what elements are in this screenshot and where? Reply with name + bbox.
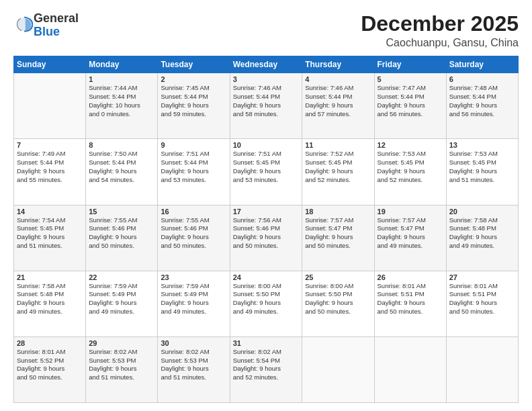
day-info: Sunrise: 7:58 AM Sunset: 5:48 PM Dayligh… (17, 282, 83, 316)
day-info: Sunrise: 7:46 AM Sunset: 5:44 PM Dayligh… (233, 84, 300, 118)
table-row: 17Sunrise: 7:56 AM Sunset: 5:46 PM Dayli… (230, 205, 302, 271)
page: General Blue December 2025 Caochuanpu, G… (0, 0, 532, 411)
day-info: Sunrise: 7:46 AM Sunset: 5:44 PM Dayligh… (305, 84, 371, 118)
table-row: 27Sunrise: 8:01 AM Sunset: 5:51 PM Dayli… (446, 271, 518, 336)
day-number: 13 (449, 141, 515, 149)
logo-general-text: General (34, 11, 79, 25)
day-info: Sunrise: 7:57 AM Sunset: 5:47 PM Dayligh… (378, 216, 443, 250)
day-number: 3 (233, 75, 300, 83)
day-info: Sunrise: 7:45 AM Sunset: 5:44 PM Dayligh… (161, 84, 226, 118)
day-number: 11 (305, 141, 371, 149)
day-info: Sunrise: 7:57 AM Sunset: 5:47 PM Dayligh… (305, 216, 371, 250)
day-info: Sunrise: 7:51 AM Sunset: 5:44 PM Dayligh… (161, 150, 226, 184)
day-number: 28 (17, 339, 83, 347)
day-number: 9 (161, 141, 226, 149)
table-row (302, 336, 374, 402)
calendar-table: Sunday Monday Tuesday Wednesday Thursday… (13, 56, 519, 403)
day-info: Sunrise: 8:00 AM Sunset: 5:50 PM Dayligh… (305, 282, 371, 316)
logo-icon (15, 15, 34, 34)
day-number: 29 (89, 339, 154, 347)
table-row: 20Sunrise: 7:58 AM Sunset: 5:48 PM Dayli… (446, 205, 518, 271)
table-row: 9Sunrise: 7:51 AM Sunset: 5:44 PM Daylig… (158, 139, 230, 205)
day-number: 21 (17, 273, 83, 281)
day-number: 27 (449, 273, 515, 281)
day-info: Sunrise: 7:52 AM Sunset: 5:45 PM Dayligh… (305, 150, 371, 184)
table-row (14, 73, 86, 139)
day-number: 1 (89, 75, 154, 83)
day-info: Sunrise: 7:51 AM Sunset: 5:45 PM Dayligh… (233, 150, 300, 184)
table-row: 24Sunrise: 8:00 AM Sunset: 5:50 PM Dayli… (230, 271, 302, 336)
table-row: 1Sunrise: 7:44 AM Sunset: 5:44 PM Daylig… (86, 73, 158, 139)
day-number: 18 (305, 208, 371, 216)
day-info: Sunrise: 7:54 AM Sunset: 5:45 PM Dayligh… (17, 216, 83, 250)
day-info: Sunrise: 8:00 AM Sunset: 5:50 PM Dayligh… (233, 282, 300, 316)
day-number: 20 (449, 208, 515, 216)
table-row: 31Sunrise: 8:02 AM Sunset: 5:54 PM Dayli… (230, 336, 302, 402)
day-info: Sunrise: 7:53 AM Sunset: 5:45 PM Dayligh… (449, 150, 515, 184)
day-number: 22 (89, 273, 154, 281)
table-row: 13Sunrise: 7:53 AM Sunset: 5:45 PM Dayli… (446, 139, 518, 205)
logo-blue-text: Blue (34, 25, 60, 38)
table-row: 4Sunrise: 7:46 AM Sunset: 5:44 PM Daylig… (302, 73, 374, 139)
day-info: Sunrise: 7:50 AM Sunset: 5:44 PM Dayligh… (89, 150, 154, 184)
table-row: 16Sunrise: 7:55 AM Sunset: 5:46 PM Dayli… (158, 205, 230, 271)
header-monday: Monday (86, 56, 158, 73)
day-info: Sunrise: 8:01 AM Sunset: 5:52 PM Dayligh… (17, 348, 83, 382)
day-number: 14 (17, 208, 83, 216)
day-info: Sunrise: 7:53 AM Sunset: 5:45 PM Dayligh… (378, 150, 443, 184)
day-number: 6 (449, 75, 515, 83)
table-row: 15Sunrise: 7:55 AM Sunset: 5:46 PM Dayli… (86, 205, 158, 271)
calendar-week-row: 21Sunrise: 7:58 AM Sunset: 5:48 PM Dayli… (14, 271, 519, 336)
day-info: Sunrise: 8:02 AM Sunset: 5:53 PM Dayligh… (161, 348, 226, 382)
table-row: 8Sunrise: 7:50 AM Sunset: 5:44 PM Daylig… (86, 139, 158, 205)
table-row: 18Sunrise: 7:57 AM Sunset: 5:47 PM Dayli… (302, 205, 374, 271)
day-info: Sunrise: 7:56 AM Sunset: 5:46 PM Dayligh… (233, 216, 300, 250)
header-sunday: Sunday (14, 56, 86, 73)
day-info: Sunrise: 8:02 AM Sunset: 5:53 PM Dayligh… (89, 348, 154, 382)
calendar-week-row: 14Sunrise: 7:54 AM Sunset: 5:45 PM Dayli… (14, 205, 519, 271)
table-row: 21Sunrise: 7:58 AM Sunset: 5:48 PM Dayli… (14, 271, 86, 336)
table-row: 28Sunrise: 8:01 AM Sunset: 5:52 PM Dayli… (14, 336, 86, 402)
table-row: 29Sunrise: 8:02 AM Sunset: 5:53 PM Dayli… (86, 336, 158, 402)
day-info: Sunrise: 7:58 AM Sunset: 5:48 PM Dayligh… (449, 216, 515, 250)
day-number: 19 (378, 208, 443, 216)
day-number: 2 (161, 75, 226, 83)
day-number: 8 (89, 141, 154, 149)
title-block: December 2025 Caochuanpu, Gansu, China (361, 12, 519, 49)
day-info: Sunrise: 7:44 AM Sunset: 5:44 PM Dayligh… (89, 84, 154, 118)
table-row: 26Sunrise: 8:01 AM Sunset: 5:51 PM Dayli… (374, 271, 446, 336)
header-saturday: Saturday (446, 56, 518, 73)
table-row: 22Sunrise: 7:59 AM Sunset: 5:49 PM Dayli… (86, 271, 158, 336)
day-number: 31 (233, 339, 300, 347)
day-number: 5 (378, 75, 443, 83)
table-row (374, 336, 446, 402)
table-row: 2Sunrise: 7:45 AM Sunset: 5:44 PM Daylig… (158, 73, 230, 139)
day-info: Sunrise: 8:02 AM Sunset: 5:54 PM Dayligh… (233, 348, 300, 382)
logo: General Blue (13, 12, 79, 39)
day-info: Sunrise: 7:49 AM Sunset: 5:44 PM Dayligh… (17, 150, 83, 184)
day-number: 12 (378, 141, 443, 149)
month-title: December 2025 (361, 12, 519, 36)
day-info: Sunrise: 7:59 AM Sunset: 5:49 PM Dayligh… (161, 282, 226, 316)
day-number: 17 (233, 208, 300, 216)
day-info: Sunrise: 8:01 AM Sunset: 5:51 PM Dayligh… (378, 282, 443, 316)
day-info: Sunrise: 7:55 AM Sunset: 5:46 PM Dayligh… (161, 216, 226, 250)
table-row: 23Sunrise: 7:59 AM Sunset: 5:49 PM Dayli… (158, 271, 230, 336)
header-friday: Friday (374, 56, 446, 73)
day-info: Sunrise: 7:48 AM Sunset: 5:44 PM Dayligh… (449, 84, 515, 118)
table-row (446, 336, 518, 402)
day-info: Sunrise: 8:01 AM Sunset: 5:51 PM Dayligh… (449, 282, 515, 316)
table-row: 19Sunrise: 7:57 AM Sunset: 5:47 PM Dayli… (374, 205, 446, 271)
day-number: 7 (17, 141, 83, 149)
calendar-week-row: 1Sunrise: 7:44 AM Sunset: 5:44 PM Daylig… (14, 73, 519, 139)
table-row: 7Sunrise: 7:49 AM Sunset: 5:44 PM Daylig… (14, 139, 86, 205)
header: General Blue December 2025 Caochuanpu, G… (13, 12, 519, 49)
table-row: 3Sunrise: 7:46 AM Sunset: 5:44 PM Daylig… (230, 73, 302, 139)
table-row: 5Sunrise: 7:47 AM Sunset: 5:44 PM Daylig… (374, 73, 446, 139)
table-row: 30Sunrise: 8:02 AM Sunset: 5:53 PM Dayli… (158, 336, 230, 402)
day-number: 16 (161, 208, 226, 216)
day-number: 30 (161, 339, 226, 347)
table-row: 14Sunrise: 7:54 AM Sunset: 5:45 PM Dayli… (14, 205, 86, 271)
header-tuesday: Tuesday (158, 56, 230, 73)
day-number: 23 (161, 273, 226, 281)
